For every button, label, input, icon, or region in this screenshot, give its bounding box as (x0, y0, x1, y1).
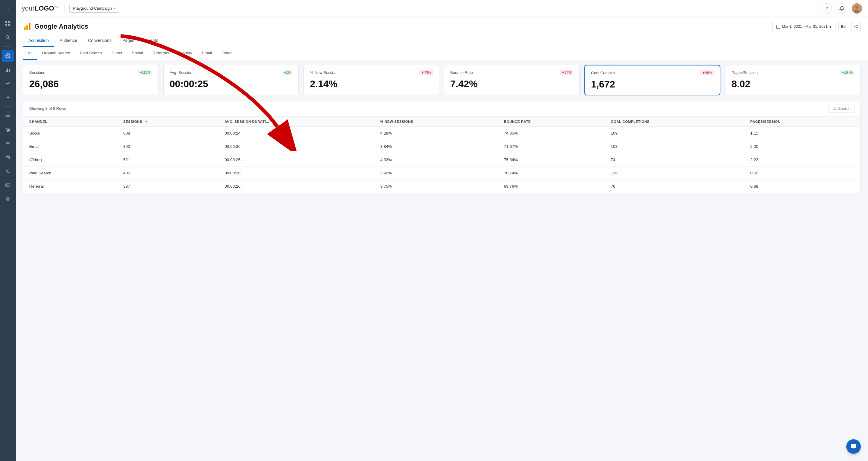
metric-card-4[interactable]: Goal Complet... ▼59% 1,672 (584, 65, 721, 95)
mail-icon[interactable] (2, 179, 14, 191)
grid-icon[interactable] (2, 18, 14, 30)
sub-tab-referrals[interactable]: Referrals (148, 47, 174, 60)
metric-label: Pages/Session (732, 70, 758, 75)
cell-new-sessions: 3.92% (374, 167, 498, 180)
table-row[interactable]: (Other) 521 00:00:25 4.93% 75.84% 74 2.2… (23, 153, 861, 167)
help-button[interactable]: ? (822, 3, 832, 13)
svg-rect-27 (844, 26, 844, 28)
svg-line-35 (835, 109, 836, 110)
chart-bar-icon[interactable] (2, 64, 14, 76)
logo-bold: LOGO (35, 4, 54, 12)
chart-line-icon[interactable] (2, 78, 14, 90)
search-box[interactable]: Search (829, 104, 855, 113)
target-icon[interactable] (2, 124, 14, 136)
metric-card-0[interactable]: Sessions +110% 26,086 (23, 65, 158, 95)
table-row[interactable]: Referral 387 00:00:26 3.75% 69.76% 76 0.… (23, 180, 861, 193)
metric-card-3[interactable]: Bounce Rate ▼84% 7.42% (444, 65, 580, 95)
calendar-icon (776, 24, 780, 29)
cell-bounce-rate: 70.74% (498, 167, 604, 180)
campaign-selector[interactable]: Playground Campaign ▾ (69, 4, 120, 13)
top-header: yourLOGOTM Playground Campaign ▾ ? (16, 0, 868, 17)
location-icon[interactable] (2, 193, 14, 205)
chat-bubbles-icon[interactable] (2, 138, 14, 150)
cell-sessions: 387 (117, 180, 218, 193)
metric-label: Avg. Session ... (170, 70, 197, 75)
cloud-icon[interactable] (2, 110, 14, 122)
sub-tab-all[interactable]: All (23, 47, 37, 60)
metric-value: 8.02 (732, 79, 855, 90)
logo-tm: TM (54, 5, 58, 8)
tab-conversions[interactable]: Conversions (83, 35, 117, 47)
sub-tab-email[interactable]: Email (197, 47, 217, 60)
share-button[interactable] (851, 22, 861, 31)
chat-button[interactable] (846, 439, 861, 454)
logo-area: yourLOGOTM (22, 4, 64, 12)
col-new-sessions: % NEW SESSIONS (374, 117, 498, 127)
main-nav: Acquisition Audience Conversions Pages E… (23, 35, 861, 47)
cell-goal-completions: 108 (604, 140, 744, 153)
svg-rect-21 (776, 25, 780, 28)
cell-avg-session: 00:00:25 (218, 153, 374, 167)
chart-view-button[interactable] (838, 22, 848, 31)
svg-line-33 (855, 27, 857, 28)
cell-channel: (Other) (23, 153, 117, 167)
help-icon: ? (826, 6, 828, 11)
cell-new-sessions: 3.75% (374, 180, 498, 193)
metrics-row: Sessions +110% 26,086 Avg. Session ... +… (16, 60, 868, 100)
cell-bounce-rate: 74.85% (498, 127, 604, 140)
home-icon[interactable]: ⌂ (2, 4, 14, 16)
col-sessions[interactable]: SESSIONS ▼ (117, 117, 218, 127)
metric-value: 2.14% (310, 79, 433, 90)
cell-pages-session: 2.00 (744, 140, 861, 153)
svg-point-7 (7, 55, 8, 56)
sidebar-divider-2 (3, 107, 12, 107)
svg-point-17 (854, 10, 860, 13)
metric-value: 26,086 (29, 79, 152, 90)
notifications-button[interactable] (837, 3, 847, 13)
svg-line-5 (8, 38, 10, 39)
search-icon[interactable] (2, 31, 14, 44)
share-icon (854, 25, 858, 28)
metric-header: Pages/Session +164% (732, 70, 855, 75)
metric-label: Goal Complet... (591, 70, 618, 75)
metric-card-5[interactable]: Pages/Session +164% 8.02 (725, 65, 861, 95)
cell-sessions: 405 (117, 167, 218, 180)
tab-audience[interactable]: Audience (54, 35, 83, 47)
metric-value: 7.42% (450, 79, 573, 90)
sub-tab-organic[interactable]: Organic Search (37, 47, 75, 60)
sub-tab-other[interactable]: Other (217, 47, 237, 60)
sub-tab-display[interactable]: Display (174, 47, 197, 60)
phone-icon[interactable] (2, 165, 14, 177)
table-row[interactable]: Paid Search 405 00:00:26 3.92% 70.74% 11… (23, 167, 861, 180)
cell-new-sessions: 3.84% (374, 140, 498, 153)
svg-rect-26 (842, 25, 843, 28)
dashboard-icon[interactable] (2, 50, 14, 62)
metric-card-2[interactable]: % New Sessi... ▼73% 2.14% (304, 65, 439, 95)
table-row[interactable]: Email 800 00:00:36 3.84% 71.67% 108 2.00 (23, 140, 861, 153)
tab-events[interactable]: Events (140, 35, 164, 47)
headset-icon[interactable] (2, 151, 14, 164)
cell-channel: Referral (23, 180, 117, 193)
table-row[interactable]: Social 808 00:00:24 4.28% 74.85% 109 1.1… (23, 127, 861, 140)
sub-tab-direct[interactable]: Direct (107, 47, 127, 60)
metric-badge: ▼84% (560, 70, 573, 75)
sub-tab-social[interactable]: Social (127, 47, 148, 60)
page-title: Google Analytics (34, 23, 88, 30)
metric-label: % New Sessi... (310, 70, 336, 75)
metric-card-1[interactable]: Avg. Session ... +2% 00:00:25 (163, 65, 299, 95)
date-range-button[interactable]: Mar 1, 2021 - Mar 31, 2021 ▾ (772, 22, 835, 31)
sparkle-icon[interactable]: ✦ (2, 91, 14, 104)
cell-avg-session: 00:00:26 (218, 180, 374, 193)
tab-pages[interactable]: Pages (117, 35, 140, 47)
sidebar-divider (3, 47, 12, 47)
svg-point-16 (855, 6, 858, 9)
user-avatar[interactable] (852, 3, 862, 13)
tab-acquisition[interactable]: Acquisition (23, 35, 54, 47)
sidebar: ⌂ ✦ (0, 0, 16, 461)
sub-tab-paid[interactable]: Paid Search (75, 47, 107, 60)
svg-point-30 (857, 27, 858, 28)
metric-header: % New Sessi... ▼73% (310, 70, 433, 75)
logo-prefix: your (22, 4, 35, 12)
metric-label: Sessions (29, 70, 45, 75)
table-toolbar: Showing 8 of 8 Rows Search (23, 100, 861, 117)
